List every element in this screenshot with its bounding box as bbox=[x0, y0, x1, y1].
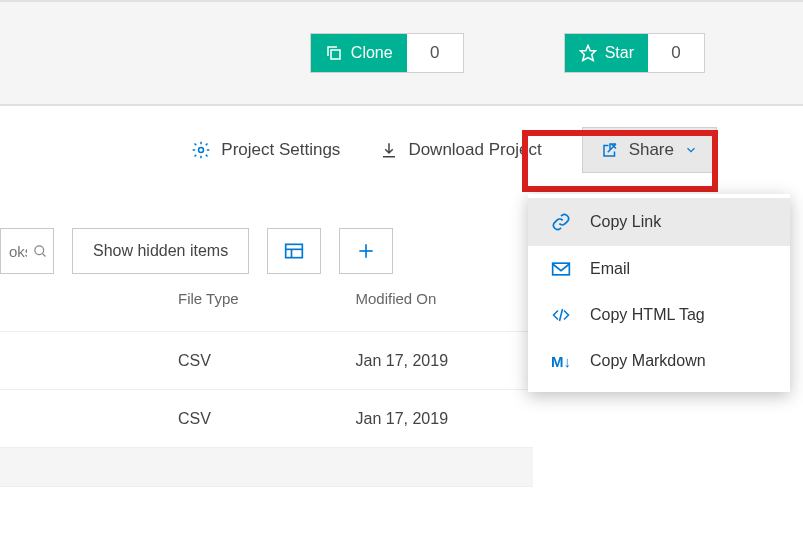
share-menu-copy-link[interactable]: Copy Link bbox=[528, 198, 790, 246]
download-icon bbox=[380, 141, 398, 159]
share-menu-copy-html-label: Copy HTML Tag bbox=[590, 306, 705, 324]
search-input[interactable] bbox=[9, 243, 27, 260]
svg-marker-1 bbox=[580, 46, 595, 61]
share-menu-email[interactable]: Email bbox=[528, 246, 790, 292]
cell-filetype: CSV bbox=[178, 410, 356, 428]
header-filetype[interactable]: File Type bbox=[178, 290, 356, 307]
chevron-down-icon bbox=[684, 143, 698, 157]
share-menu-copy-link-label: Copy Link bbox=[590, 213, 661, 231]
link-icon bbox=[550, 212, 572, 232]
copy-icon bbox=[325, 44, 343, 62]
svg-rect-3 bbox=[553, 263, 570, 275]
clone-count: 0 bbox=[407, 34, 463, 72]
cell-modified: Jan 17, 2019 bbox=[356, 410, 534, 428]
search-input-wrapper[interactable] bbox=[0, 228, 54, 274]
layout-icon bbox=[284, 242, 304, 260]
svg-line-6 bbox=[42, 253, 45, 256]
cell-filetype: CSV bbox=[178, 352, 356, 370]
download-project-label: Download Project bbox=[408, 140, 541, 160]
svg-point-5 bbox=[35, 245, 44, 254]
table-row[interactable]: CSV Jan 17, 2019 bbox=[0, 389, 533, 447]
show-hidden-label: Show hidden items bbox=[93, 242, 228, 260]
share-button[interactable]: Share bbox=[582, 127, 717, 173]
mail-icon bbox=[550, 261, 572, 277]
star-stat[interactable]: Star 0 bbox=[564, 33, 705, 73]
share-menu-copy-markdown[interactable]: M↓ Copy Markdown bbox=[528, 338, 790, 384]
clone-label: Clone bbox=[351, 44, 393, 62]
svg-rect-7 bbox=[286, 244, 303, 257]
table-row[interactable]: CSV Jan 17, 2019 bbox=[0, 331, 533, 389]
file-table: File Type Modified On CSV Jan 17, 2019 C… bbox=[0, 290, 533, 487]
project-settings-button[interactable]: Project Settings bbox=[191, 140, 340, 160]
download-project-button[interactable]: Download Project bbox=[380, 140, 541, 160]
table-header: File Type Modified On bbox=[0, 290, 533, 331]
search-icon bbox=[33, 244, 48, 259]
share-menu-email-label: Email bbox=[590, 260, 630, 278]
header-modified[interactable]: Modified On bbox=[356, 290, 534, 307]
plus-icon bbox=[356, 241, 376, 261]
svg-point-2 bbox=[199, 148, 204, 153]
share-menu-copy-html[interactable]: Copy HTML Tag bbox=[528, 292, 790, 338]
share-menu-copy-markdown-label: Copy Markdown bbox=[590, 352, 706, 370]
clone-stat[interactable]: Clone 0 bbox=[310, 33, 464, 73]
code-icon bbox=[550, 306, 572, 324]
star-count: 0 bbox=[648, 34, 704, 72]
table-row[interactable] bbox=[0, 447, 533, 487]
project-actions: Project Settings Download Project Share bbox=[0, 106, 803, 194]
add-button[interactable] bbox=[339, 228, 393, 274]
share-menu: Copy Link Email Copy HTML Tag M↓ Copy Ma… bbox=[528, 194, 790, 392]
share-icon bbox=[601, 141, 619, 159]
star-label: Star bbox=[605, 44, 634, 62]
show-hidden-items-button[interactable]: Show hidden items bbox=[72, 228, 249, 274]
markdown-icon: M↓ bbox=[550, 353, 572, 370]
top-stats-band: Clone 0 Star 0 bbox=[0, 0, 803, 106]
gear-icon bbox=[191, 140, 211, 160]
svg-rect-0 bbox=[331, 50, 340, 59]
layout-toggle-button[interactable] bbox=[267, 228, 321, 274]
share-label: Share bbox=[629, 140, 674, 160]
cell-modified: Jan 17, 2019 bbox=[356, 352, 534, 370]
project-settings-label: Project Settings bbox=[221, 140, 340, 160]
star-icon bbox=[579, 44, 597, 62]
svg-line-4 bbox=[560, 309, 563, 321]
